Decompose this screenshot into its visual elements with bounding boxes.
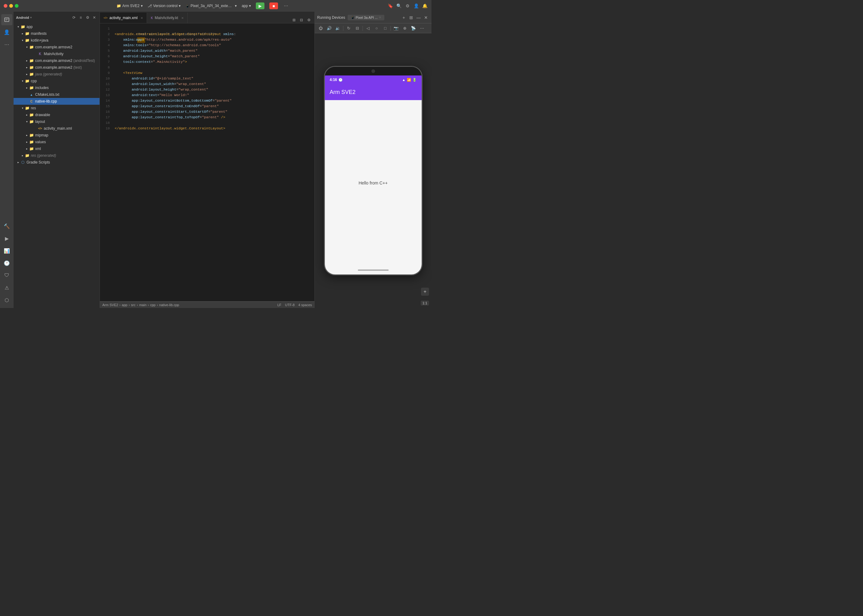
tree-item-cmakelists[interactable]: ▸ ▲ CMakeLists.txt [14, 91, 99, 98]
tab-activity-main-xml[interactable]: </> activity_main.xml ✕ [100, 13, 147, 23]
activity-item-project[interactable] [1, 14, 12, 25]
expand-arrow[interactable]: ▸ [16, 160, 20, 165]
activity-item-security[interactable]: 🛡 [1, 270, 12, 281]
tree-item-drawable[interactable]: ▸ 📁 drawable [14, 112, 99, 118]
tree-item-res[interactable]: ▾ 📁 res [14, 105, 99, 112]
tree-item-native-lib[interactable]: ▸ C native-lib.cpp [14, 98, 99, 105]
recents-btn[interactable]: □ [382, 25, 389, 32]
activity-item-run[interactable]: ▶ [1, 233, 12, 244]
stop-button[interactable]: ■ [269, 2, 278, 9]
phone-time: 4:16 [330, 78, 337, 82]
split-vertical-icon[interactable]: ⊟ [298, 17, 304, 23]
expand-arrow[interactable]: ▸ [25, 113, 29, 117]
sync-icon[interactable]: ⟳ [71, 15, 77, 20]
back-btn[interactable]: ◁ [365, 25, 372, 32]
code-line-15: app:layout_constraintEnd_toEndOf="parent… [115, 104, 314, 109]
volume-up-btn[interactable]: 🔊 [326, 25, 332, 32]
editor-layout-icon[interactable]: ⊞ [291, 17, 297, 23]
tree-item-includes[interactable]: ▸ 📁 includes [14, 84, 99, 91]
expand-arrow[interactable]: ▸ [25, 72, 29, 76]
activity-item-more[interactable]: ⋯ [1, 39, 12, 50]
activity-item-build[interactable]: 🔨 [1, 220, 12, 232]
notifications-icon[interactable]: 🔔 [422, 3, 428, 9]
more-device-btn[interactable]: ⋯ [419, 25, 425, 32]
expand-arrow[interactable]: ▾ [20, 79, 25, 83]
expand-arrow[interactable]: ▸ [25, 65, 29, 70]
home-btn[interactable]: ○ [373, 25, 380, 32]
device-tab-close[interactable]: ✕ [379, 16, 381, 19]
close-icon[interactable]: ✕ [91, 15, 97, 20]
cast-btn[interactable]: ⊕ [401, 25, 408, 32]
expand-arrow[interactable]: ▾ [16, 25, 20, 29]
phone-frame: 4:16 🕐 ▲ 📶 🔋 Arm SVE2 Hello from C++ [324, 66, 422, 275]
tree-item-java-generated[interactable]: ▸ 📁 java (generated) [14, 71, 99, 78]
activity-item-logcat[interactable]: 🕐 [1, 258, 12, 269]
tree-item-values[interactable]: ▸ 📁 values [14, 138, 99, 145]
device-tab[interactable]: 📱 Pixel 3a API ... ✕ [348, 15, 385, 20]
app-selector[interactable]: app ▾ [242, 4, 251, 8]
maximize-panel-icon[interactable]: ⊞ [408, 14, 414, 20]
fold-btn[interactable]: ⊟ [354, 25, 361, 32]
expand-arrow[interactable]: ▾ [25, 45, 29, 49]
expand-arrow[interactable]: ▸ [25, 147, 29, 151]
screenshot-btn[interactable]: 📷 [393, 25, 400, 32]
tree-item-cpp[interactable]: ▾ 📁 cpp [14, 78, 99, 84]
sensor-btn[interactable]: 📡 [410, 25, 417, 32]
minimize-panel-icon[interactable]: — [416, 14, 422, 20]
device-selector[interactable]: 📱 Pixel_3a_API_34_extension... ▾ [186, 4, 237, 8]
more-actions[interactable]: ⋯ [283, 3, 289, 9]
expand-arrow[interactable]: ▾ [20, 38, 25, 42]
tree-item-package-test[interactable]: ▸ 📁 com.example.armsve2 (test) [14, 64, 99, 71]
tree-item-manifests[interactable]: ▸ 📁 manifests [14, 30, 99, 37]
volume-down-btn[interactable]: 🔉 [334, 25, 341, 32]
settings-tab-icon[interactable]: ⚙ [306, 17, 312, 23]
expand-arrow[interactable]: ▸ [25, 140, 29, 144]
code-content[interactable]: <?xml version="1.0" encoding="utf-8"?> ⚠… [112, 24, 314, 301]
search-icon[interactable]: 🔍 [396, 3, 402, 9]
vcs-selector[interactable]: ⎇ Version control ▾ [148, 4, 181, 8]
tree-item-xml[interactable]: ▸ 📁 xml [14, 145, 99, 152]
expand-arrow[interactable]: ▸ [25, 86, 29, 90]
tree-item-res-generated[interactable]: ▸ 📁 res (generated) [14, 152, 99, 159]
add-device-btn[interactable]: + [421, 288, 429, 296]
close-panel-icon[interactable]: ✕ [423, 14, 429, 20]
tree-item-app[interactable]: ▾ 📁 app [14, 24, 99, 30]
code-line-17: app:layout_constraintTop_toTopOf="parent… [115, 115, 314, 120]
settings-icon[interactable]: ⚙ [405, 3, 411, 9]
tree-item-activity-main-xml[interactable]: ▸ </> activity_main.xml [14, 125, 99, 132]
close-tab-icon[interactable]: ✕ [181, 16, 184, 20]
expand-arrow[interactable]: ▾ [25, 119, 29, 124]
tree-item-mainactivity[interactable]: ▸ K MainActivity [14, 50, 99, 57]
code-line-5: android:layout_width="match_parent" [115, 48, 314, 53]
account-icon[interactable]: 👤 [413, 3, 419, 9]
tab-mainactivity-kt[interactable]: K MainActivity.kt ✕ [147, 13, 187, 23]
power-btn[interactable]: ⏻ [317, 25, 324, 32]
expand-arrow[interactable]: ▸ [25, 133, 29, 137]
activity-item-issues[interactable]: ⚠ [1, 282, 12, 293]
minimize-button[interactable] [9, 4, 13, 8]
gear-icon[interactable]: ⚙ [85, 15, 90, 20]
bookmarks-icon[interactable]: 🔖 [387, 3, 393, 9]
filter-icon[interactable]: ≡ [78, 15, 83, 20]
expand-arrow[interactable]: ▸ [20, 31, 25, 36]
expand-arrow[interactable]: ▾ [20, 106, 25, 110]
run-button[interactable]: ▶ [256, 2, 265, 9]
tree-item-kotlin-java[interactable]: ▾ 📁 kotlin+java [14, 37, 99, 44]
tree-item-layout[interactable]: ▾ 📁 layout [14, 118, 99, 125]
rotate-btn[interactable]: ↻ [345, 25, 352, 32]
tree-item-mipmap[interactable]: ▸ 📁 mipmap [14, 132, 99, 138]
activity-item-profiler[interactable]: 📊 [1, 245, 12, 256]
close-tab-icon[interactable]: ✕ [140, 16, 143, 20]
expand-arrow[interactable]: ▸ [25, 58, 29, 63]
activity-item-account[interactable]: 👤 [1, 27, 12, 38]
tree-item-package[interactable]: ▾ 📁 com.example.armsve2 [14, 44, 99, 50]
tree-item-package-androidtest[interactable]: ▸ 📁 com.example.armsve2 (androidTest) [14, 57, 99, 64]
project-selector[interactable]: 📁 Arm SVE2 ▾ [117, 4, 143, 8]
folder-icon: 📁 [25, 153, 30, 158]
activity-item-terminal[interactable]: ⬡ [1, 294, 12, 306]
add-tab-icon[interactable]: + [401, 14, 407, 20]
expand-arrow[interactable]: ▸ [20, 153, 25, 158]
tree-item-gradle[interactable]: ▸ ⬡ Gradle Scripts [14, 159, 99, 166]
maximize-button[interactable] [15, 4, 19, 8]
close-button[interactable] [4, 4, 7, 8]
